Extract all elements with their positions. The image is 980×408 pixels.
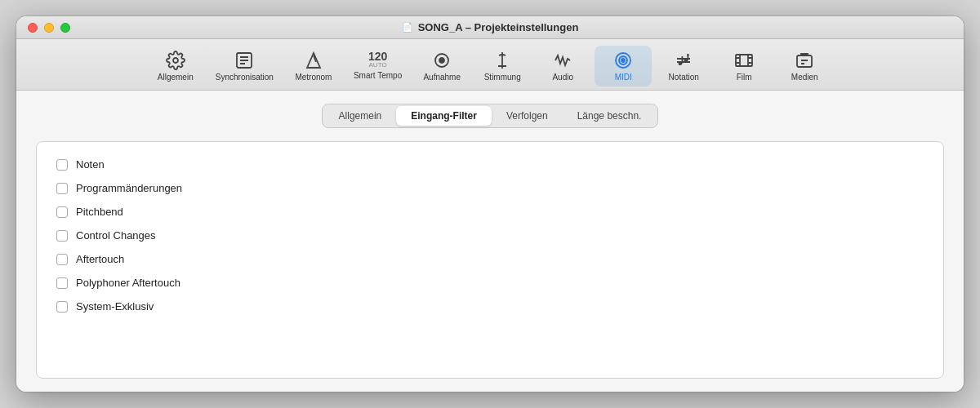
toolbar-label-synchronisation: Synchronisation xyxy=(216,73,274,82)
svg-point-0 xyxy=(173,58,178,63)
checkbox-row-aftertouch: Aftertouch xyxy=(56,253,924,265)
toolbar-item-allgemein[interactable]: Allgemein xyxy=(147,46,204,86)
settings-panel: Noten Programmänderungen Pitchbend Contr… xyxy=(36,141,944,379)
polyphoner-aftertouch-checkbox[interactable] xyxy=(56,277,68,289)
audio-icon xyxy=(553,51,572,70)
toolbar-label-stimmung: Stimmung xyxy=(484,73,521,82)
toolbar-item-medien[interactable]: Medien xyxy=(776,46,833,86)
tab-bar: Allgemein Eingang-Filter Verfolgen Länge… xyxy=(322,104,659,128)
toolbar: Allgemein Synchronisation xyxy=(16,39,964,91)
checkbox-row-system-exklusiv: System-Exklusiv xyxy=(56,300,924,313)
svg-marker-5 xyxy=(307,53,320,68)
control-changes-label: Control Changes xyxy=(76,229,156,242)
checkbox-row-polyphoner-aftertouch: Polyphoner Aftertouch xyxy=(56,277,924,289)
title-doc-icon: 📄 xyxy=(402,22,413,33)
tab-laenge[interactable]: Länge beschn. xyxy=(563,106,657,126)
toolbar-item-audio[interactable]: Audio xyxy=(534,46,591,86)
window-title: 📄 SONG_A – Projekteinstellungen xyxy=(402,21,579,33)
aftertouch-checkbox[interactable] xyxy=(56,254,68,265)
minimize-button[interactable] xyxy=(44,23,54,33)
film-icon xyxy=(734,51,754,70)
noten-checkbox[interactable] xyxy=(56,159,68,171)
metro-icon xyxy=(304,51,323,70)
gear-icon xyxy=(166,51,185,70)
toolbar-item-smart-tempo[interactable]: 120 AUTO Smart Tempo xyxy=(345,46,410,86)
toolbar-label-film: Film xyxy=(737,73,752,82)
pitchbend-label: Pitchbend xyxy=(76,206,123,218)
programmänderungen-checkbox[interactable] xyxy=(56,183,68,194)
svg-rect-28 xyxy=(797,55,812,67)
toolbar-label-allgemein: Allgemein xyxy=(158,73,194,82)
checkbox-row-control-changes: Control Changes xyxy=(56,229,924,242)
titlebar: 📄 SONG_A – Projekteinstellungen xyxy=(16,16,964,39)
tempo-auto-label: AUTO xyxy=(369,62,387,69)
toolbar-label-notation: Notation xyxy=(669,73,699,82)
notation-icon xyxy=(674,51,693,70)
programmänderungen-label: Programmänderungen xyxy=(76,182,182,194)
aftertouch-label: Aftertouch xyxy=(76,253,124,265)
record-icon xyxy=(432,51,452,70)
toolbar-label-aufnahme: Aufnahme xyxy=(423,73,461,82)
toolbar-label-smart-tempo: Smart Tempo xyxy=(354,71,402,80)
checkbox-row-programmänderungen: Programmänderungen xyxy=(56,182,924,194)
svg-point-13 xyxy=(621,59,625,62)
medien-icon xyxy=(795,51,814,70)
content-area: Allgemein Eingang-Filter Verfolgen Länge… xyxy=(16,91,964,392)
midi-icon xyxy=(613,51,633,70)
window-controls xyxy=(28,23,70,33)
svg-point-8 xyxy=(439,58,444,63)
close-button[interactable] xyxy=(28,23,38,33)
toolbar-item-midi[interactable]: MIDI xyxy=(595,46,652,86)
main-window: 📄 SONG_A – Projekteinstellungen Allgemei… xyxy=(16,16,964,392)
tab-eingang-filter[interactable]: Eingang-Filter xyxy=(396,106,492,126)
toolbar-label-midi: MIDI xyxy=(615,73,632,82)
toolbar-label-metronom: Metronom xyxy=(295,73,332,82)
tempo-bpm: 120 xyxy=(368,51,387,62)
toolbar-item-synchronisation[interactable]: Synchronisation xyxy=(207,46,282,86)
svg-rect-21 xyxy=(736,55,752,66)
toolbar-label-audio: Audio xyxy=(552,73,573,82)
toolbar-item-metronom[interactable]: Metronom xyxy=(285,46,342,86)
tab-allgemein[interactable]: Allgemein xyxy=(324,106,397,126)
checkbox-row-pitchbend: Pitchbend xyxy=(56,206,924,218)
checkbox-row-noten: Noten xyxy=(56,158,924,171)
system-exklusiv-label: System-Exklusiv xyxy=(76,300,154,313)
toolbar-item-film[interactable]: Film xyxy=(715,46,773,86)
tab-verfolgen[interactable]: Verfolgen xyxy=(492,106,563,126)
polyphoner-aftertouch-label: Polyphoner Aftertouch xyxy=(76,277,180,289)
sync-icon xyxy=(234,51,254,70)
toolbar-item-notation[interactable]: Notation xyxy=(655,46,712,86)
system-exklusiv-checkbox[interactable] xyxy=(56,301,68,313)
pitchbend-checkbox[interactable] xyxy=(56,206,68,218)
tuning-icon xyxy=(492,51,512,70)
maximize-button[interactable] xyxy=(60,23,70,33)
toolbar-label-medien: Medien xyxy=(791,73,818,82)
noten-label: Noten xyxy=(76,158,105,171)
toolbar-item-aufnahme[interactable]: Aufnahme xyxy=(413,46,470,86)
control-changes-checkbox[interactable] xyxy=(56,230,68,242)
toolbar-item-stimmung[interactable]: Stimmung xyxy=(474,46,531,86)
